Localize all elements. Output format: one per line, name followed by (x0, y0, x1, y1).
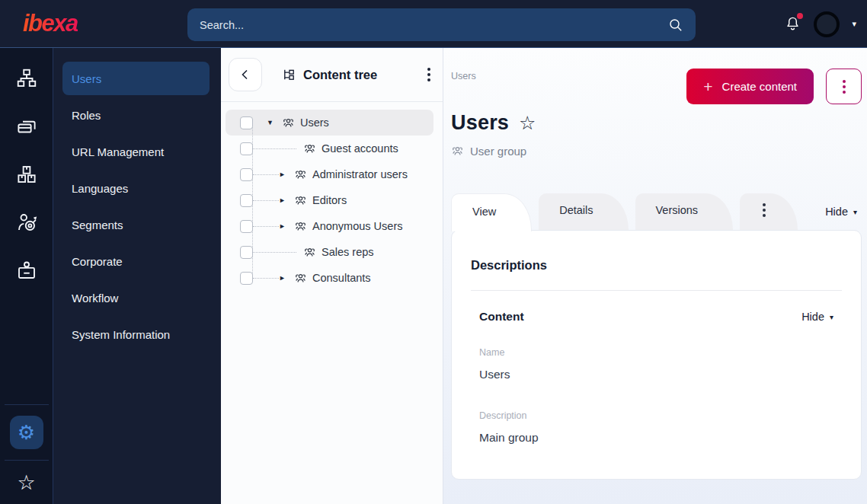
field-label-name: Name (479, 347, 833, 358)
app-shell: ⚙ ☆ Users Roles URL Management Languages… (0, 48, 867, 504)
sidebar-item-segments[interactable]: Segments (62, 208, 210, 241)
topbar-right-group: ▾ (784, 0, 856, 48)
notifications-bell-icon[interactable] (784, 15, 801, 33)
tree-checkbox[interactable] (240, 116, 253, 129)
more-actions-button[interactable] (826, 69, 862, 104)
field-value-description: Main group (479, 431, 833, 445)
admin-badge-icon[interactable] (14, 258, 39, 282)
tree-icon (282, 68, 296, 82)
personalization-target-icon[interactable] (14, 210, 39, 234)
expand-toggle-icon[interactable]: ▼ (267, 119, 275, 126)
icon-rail: ⚙ ☆ (0, 48, 53, 504)
user-group-icon (294, 272, 307, 285)
content-section-heading: Content (479, 310, 524, 324)
tree-item-users[interactable]: ▼ Users (226, 110, 434, 136)
descriptions-heading: Descriptions (471, 231, 842, 273)
admin-sidebar: Users Roles URL Management Languages Seg… (53, 48, 221, 504)
content-structure-icon[interactable] (14, 66, 39, 91)
commerce-packages-icon[interactable] (14, 162, 39, 187)
sidebar-item-corporate[interactable]: Corporate (62, 244, 210, 278)
tab-details[interactable]: Details (539, 193, 628, 230)
user-menu-caret-icon[interactable]: ▾ (852, 19, 856, 29)
rail-divider (5, 404, 49, 405)
expand-toggle-icon[interactable]: ► (279, 222, 287, 230)
expand-toggle-icon[interactable]: ► (279, 196, 287, 204)
tree-item-sales-reps[interactable]: Sales reps (226, 239, 434, 265)
tree-item-editors[interactable]: ► Editors (226, 187, 434, 213)
plus-icon: + (703, 78, 712, 96)
tree-checkbox[interactable] (240, 272, 253, 285)
view-tab-card: Descriptions Content Hide ▾ Name Users D… (451, 230, 862, 480)
user-group-icon (282, 116, 295, 129)
user-group-icon (303, 142, 316, 155)
top-bar: ibexa ▾ (0, 0, 867, 48)
tree-checkbox[interactable] (240, 220, 253, 233)
user-group-icon (451, 145, 464, 158)
tree-checkbox[interactable] (240, 168, 253, 181)
user-group-icon (294, 168, 307, 181)
main-content: Users + Create content Users ☆ (443, 48, 867, 504)
expand-toggle-icon[interactable]: ► (279, 274, 287, 282)
content-tree-panel: Content tree ▼ Users (221, 48, 443, 504)
tab-more[interactable] (740, 193, 798, 230)
content-type-label: User group (451, 145, 862, 158)
content-tree: ▼ Users (221, 110, 443, 291)
content-tree-title: Content tree (282, 68, 377, 82)
sidebar-item-roles[interactable]: Roles (62, 98, 210, 132)
rail-divider (5, 460, 49, 461)
collapse-tree-button[interactable] (229, 58, 262, 91)
notification-badge (797, 13, 803, 19)
caret-down-icon: ▾ (853, 208, 857, 216)
hide-section-toggle[interactable]: Hide ▾ (801, 311, 833, 323)
sidebar-item-workflow[interactable]: Workflow (62, 281, 210, 314)
page-title: Users (451, 111, 509, 135)
search-input[interactable] (187, 19, 668, 31)
expand-toggle-icon[interactable]: ► (279, 171, 287, 178)
tree-header-divider (221, 101, 443, 102)
create-content-button[interactable]: + Create content (686, 69, 814, 104)
tree-checkbox[interactable] (240, 142, 253, 155)
sidebar-item-languages[interactable]: Languages (62, 171, 210, 205)
tree-checkbox[interactable] (240, 246, 253, 259)
hide-panel-toggle[interactable]: Hide ▾ (825, 206, 857, 218)
tree-item-consultants[interactable]: ► Consultants (226, 265, 434, 291)
tab-view[interactable]: View (451, 193, 532, 231)
card-divider (471, 290, 842, 291)
user-group-icon (303, 246, 316, 259)
search-icon[interactable] (668, 18, 683, 33)
sidebar-item-url-management[interactable]: URL Management (62, 135, 210, 168)
tab-versions[interactable]: Versions (635, 193, 734, 230)
tab-bar: View Details Versions Hide ▾ (451, 193, 862, 230)
pages-design-icon[interactable] (14, 114, 39, 139)
bookmarks-star-icon[interactable]: ☆ (17, 473, 35, 493)
more-tabs-icon (763, 203, 766, 217)
field-value-name: Users (479, 368, 833, 381)
user-avatar[interactable] (814, 11, 840, 37)
global-search[interactable] (187, 8, 696, 41)
tree-options-menu-icon[interactable] (427, 68, 430, 81)
sidebar-item-system-information[interactable]: System Information (62, 317, 210, 351)
settings-gear-icon[interactable]: ⚙ (10, 416, 43, 449)
bookmark-star-icon[interactable]: ☆ (519, 113, 536, 132)
user-group-icon (294, 220, 307, 233)
tree-item-guest-accounts[interactable]: Guest accounts (226, 136, 434, 161)
tree-item-administrator-users[interactable]: ► Administrator users (226, 161, 434, 187)
kebab-menu-icon (843, 80, 846, 94)
field-label-description: Description (479, 410, 833, 421)
tree-item-anonymous-users[interactable]: ► Anonymous Users (226, 213, 434, 239)
breadcrumb[interactable]: Users (451, 69, 476, 81)
tree-checkbox[interactable] (240, 194, 253, 207)
content-tree-header: Content tree (221, 48, 443, 101)
sidebar-item-users[interactable]: Users (62, 62, 210, 95)
caret-down-icon: ▾ (830, 313, 833, 321)
ibexa-logo[interactable]: ibexa (23, 10, 78, 37)
user-group-icon (294, 194, 307, 207)
content-section: Content Hide ▾ Name Users Description Ma… (471, 310, 842, 445)
